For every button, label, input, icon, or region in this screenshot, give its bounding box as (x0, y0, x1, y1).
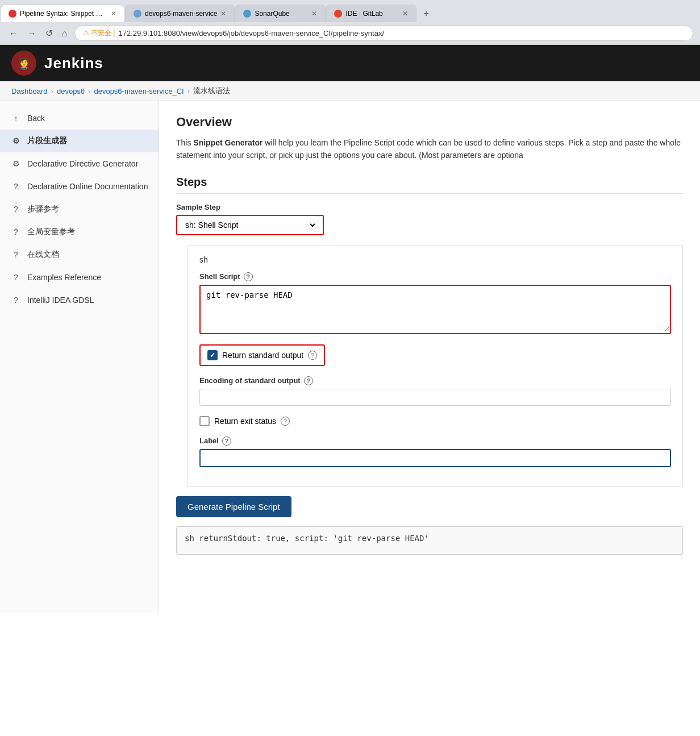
jenkins-logo-icon: 🤵 (17, 56, 31, 70)
sample-step-group: Sample Step sh: Shell Script (176, 203, 683, 235)
return-stdout-label: Return standard output (222, 351, 303, 360)
new-tab-button[interactable]: + (416, 5, 435, 22)
question-icon-5: ? (10, 272, 22, 283)
sidebar-item-directive-generator[interactable]: ⚙ Declarative Directive Generator (0, 152, 159, 175)
gear-icon-2: ⚙ (10, 158, 22, 169)
browser-addressbar: ← → ↺ ⌂ ⚠ 不安全 | 172.29.9.101:8080/view/d… (0, 22, 700, 45)
return-exit-label: Return exit status (214, 417, 276, 426)
sidebar: ↑ Back ⚙ 片段生成器 ⚙ Declarative Directive G… (0, 101, 159, 613)
encoding-group: Encoding of standard output ? (199, 376, 671, 406)
question-icon-6: ? (10, 294, 22, 306)
sidebar-item-back[interactable]: ↑ Back (0, 107, 159, 130)
jenkins-logo: 🤵 (11, 51, 36, 76)
sidebar-item-examples-ref[interactable]: ? Examples Reference (0, 266, 159, 289)
content-area: Overview This Snippet Generator will hel… (159, 101, 700, 613)
tab-close-1[interactable]: ✕ (111, 10, 116, 18)
tab-close-2[interactable]: ✕ (220, 10, 226, 18)
pipeline-script-output: sh returnStdout: true, script: 'git rev-… (176, 526, 683, 555)
breadcrumb-sep-2: › (88, 87, 90, 95)
back-button[interactable]: ← (7, 26, 20, 41)
home-button[interactable]: ⌂ (60, 26, 70, 41)
shell-script-help-icon[interactable]: ? (244, 272, 253, 281)
sidebar-item-online-docs2[interactable]: ? 在线文档 (0, 243, 159, 266)
browser-chrome: Pipeline Syntax: Snippet Gene... ✕ devop… (0, 0, 700, 45)
sidebar-label-online-docs: Declarative Online Documentation (27, 182, 148, 191)
checkmark-icon: ✓ (210, 351, 215, 359)
sh-label: sh (199, 255, 671, 264)
gear-icon: ⚙ (10, 135, 22, 147)
tab-title-3: SonarQube (255, 10, 308, 18)
sidebar-item-global-vars[interactable]: ? 全局变量参考 (0, 221, 159, 243)
shell-script-textarea[interactable]: git rev-parse HEAD (201, 286, 670, 331)
sidebar-label-intellij-gdsl: IntelliJ IDEA GDSL (27, 296, 94, 305)
jenkins-header: 🤵 Jenkins (0, 45, 700, 81)
tab-sonarqube[interactable]: SonarQube ✕ (235, 5, 326, 22)
encoding-label: Encoding of standard output ? (199, 376, 671, 385)
sample-step-dropdown[interactable]: sh: Shell Script (183, 220, 317, 230)
return-exit-wrapper: Return exit status ? (199, 416, 671, 426)
tab-title-1: Pipeline Syntax: Snippet Gene... (20, 10, 107, 18)
breadcrumb-devops6[interactable]: devops6 (57, 87, 85, 95)
return-exit-group: Return exit status ? (199, 416, 671, 426)
tab-devops6[interactable]: devops6-maven-service ✕ (125, 5, 235, 22)
sidebar-label-steps-ref: 步骤参考 (27, 204, 59, 214)
browser-tabs: Pipeline Syntax: Snippet Gene... ✕ devop… (0, 0, 700, 22)
address-bar[interactable]: ⚠ 不安全 | 172.29.9.101:8080/view/devops6/j… (74, 26, 693, 41)
snippet-generator-bold: Snippet Generator (193, 138, 262, 147)
sidebar-item-intellij-gdsl[interactable]: ? IntelliJ IDEA GDSL (0, 289, 159, 311)
steps-section-title: Steps (176, 176, 683, 194)
tab-favicon-jenkins (9, 10, 16, 18)
shell-script-group: Shell Script ? git rev-parse HEAD (199, 272, 671, 334)
breadcrumb-dashboard[interactable]: Dashboard (11, 87, 48, 95)
shell-script-textarea-wrapper: git rev-parse HEAD (199, 285, 671, 334)
breadcrumb-sep-3: › (188, 87, 190, 95)
tab-favicon-devops6 (134, 10, 141, 18)
return-stdout-wrapper: ✓ Return standard output ? (199, 344, 325, 366)
encoding-input[interactable] (199, 389, 671, 406)
sidebar-item-snippet-generator[interactable]: ⚙ 片段生成器 (0, 130, 159, 152)
tab-favicon-sonar (243, 10, 251, 18)
sample-step-select-wrapper[interactable]: sh: Shell Script (176, 215, 324, 235)
question-icon-4: ? (10, 249, 22, 260)
question-icon-2: ? (10, 203, 22, 215)
sidebar-item-steps-ref[interactable]: ? 步骤参考 (0, 198, 159, 221)
label-input[interactable] (199, 449, 671, 467)
tab-gitlab-ide[interactable]: IDE · GitLab ✕ (326, 5, 416, 22)
question-icon-1: ? (10, 181, 22, 192)
label-label: Label ? (199, 436, 671, 446)
tab-close-4[interactable]: ✕ (402, 10, 408, 18)
tab-favicon-gitlab (334, 10, 342, 18)
return-stdout-group: ✓ Return standard output ? (199, 344, 671, 366)
sidebar-label-global-vars: 全局变量参考 (27, 227, 75, 237)
overview-desc-part1: This (176, 138, 193, 147)
question-icon-3: ? (10, 226, 22, 238)
forward-button[interactable]: → (25, 26, 39, 41)
breadcrumb-service-ci[interactable]: devops6-maven-service_CI (94, 87, 184, 95)
breadcrumb: Dashboard › devops6 › devops6-maven-serv… (0, 81, 700, 101)
encoding-help-icon[interactable]: ? (304, 376, 313, 385)
generate-pipeline-script-button[interactable]: Generate Pipeline Script (176, 496, 291, 517)
refresh-button[interactable]: ↺ (43, 26, 55, 41)
tab-title-4: IDE · GitLab (345, 10, 399, 18)
sidebar-label-examples-ref: Examples Reference (27, 273, 101, 282)
overview-description: This Snippet Generator will help you lea… (176, 136, 683, 162)
shell-script-label: Shell Script ? (199, 272, 671, 281)
sidebar-label-directive: Declarative Directive Generator (27, 159, 138, 168)
back-icon: ↑ (10, 113, 22, 124)
address-text: 172.29.9.101:8080/view/devops6/job/devop… (118, 29, 384, 38)
return-exit-checkbox[interactable] (199, 416, 210, 426)
sample-step-label: Sample Step (176, 203, 683, 211)
return-stdout-checkbox[interactable]: ✓ (207, 350, 218, 360)
jenkins-title: Jenkins (44, 55, 103, 72)
return-stdout-help-icon[interactable]: ? (308, 351, 317, 360)
sidebar-item-online-docs[interactable]: ? Declarative Online Documentation (0, 175, 159, 198)
return-exit-help-icon[interactable]: ? (281, 417, 290, 426)
breadcrumb-sep-1: › (51, 87, 53, 95)
sidebar-label-online-docs2: 在线文档 (27, 250, 59, 260)
tab-close-3[interactable]: ✕ (311, 10, 317, 18)
label-group: Label ? (199, 436, 671, 467)
tab-pipeline-syntax[interactable]: Pipeline Syntax: Snippet Gene... ✕ (0, 5, 125, 22)
overview-title: Overview (176, 115, 683, 130)
sidebar-label-snippet: 片段生成器 (27, 136, 67, 146)
label-help-icon[interactable]: ? (222, 436, 231, 446)
